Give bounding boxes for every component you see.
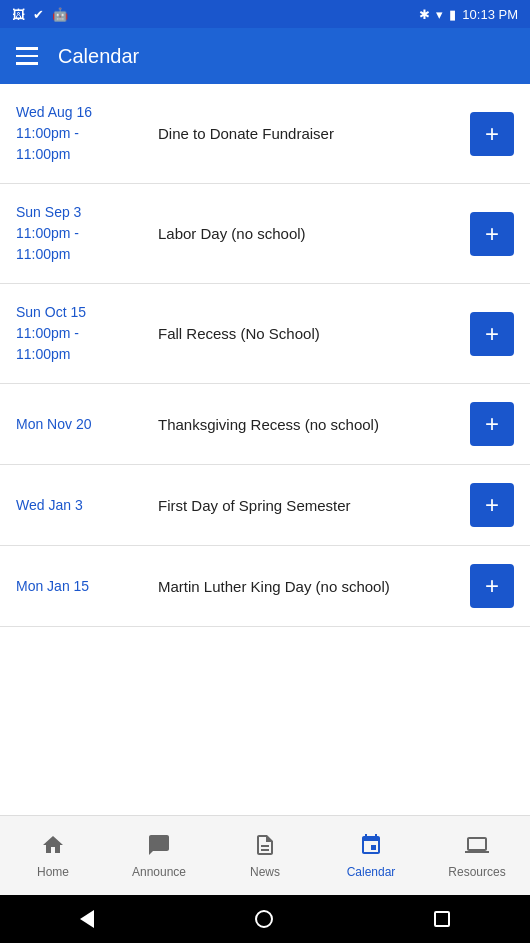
plus-icon: + (485, 322, 499, 346)
home-nav-icon (41, 833, 65, 861)
recents-button[interactable] (434, 911, 450, 927)
bluetooth-icon: ✱ (419, 7, 430, 22)
resources-nav-icon (465, 833, 489, 861)
android-nav-bar (0, 895, 530, 943)
nav-item-announce[interactable]: Announce (106, 816, 212, 895)
event-list: Wed Aug 16 11:00pm - 11:00pmDine to Dona… (0, 84, 530, 815)
notification-icon: 🖼 (12, 7, 25, 22)
add-event-button[interactable]: + (470, 402, 514, 446)
home-button[interactable] (255, 910, 273, 928)
calendar-nav-icon (359, 833, 383, 861)
header-title: Calendar (58, 45, 139, 68)
home-nav-label: Home (37, 865, 69, 879)
add-event-button[interactable]: + (470, 212, 514, 256)
android-icon: 🤖 (52, 7, 68, 22)
plus-icon: + (485, 412, 499, 436)
table-row: Wed Aug 16 11:00pm - 11:00pmDine to Dona… (0, 84, 530, 184)
event-date: Wed Aug 16 11:00pm - 11:00pm (16, 102, 146, 165)
check-icon: ✔ (33, 7, 44, 22)
add-event-button[interactable]: + (470, 312, 514, 356)
plus-icon: + (485, 493, 499, 517)
table-row: Mon Jan 15Martin Luther King Day (no sch… (0, 546, 530, 627)
nav-item-calendar[interactable]: Calendar (318, 816, 424, 895)
status-bar: 🖼 ✔ 🤖 ✱ ▾ ▮ 10:13 PM (0, 0, 530, 28)
event-date: Sun Sep 3 11:00pm - 11:00pm (16, 202, 146, 265)
nav-item-news[interactable]: News (212, 816, 318, 895)
battery-icon: ▮ (449, 7, 456, 22)
event-date: Mon Nov 20 (16, 414, 146, 435)
add-event-button[interactable]: + (470, 564, 514, 608)
back-button[interactable] (80, 910, 94, 928)
time: 10:13 PM (462, 7, 518, 22)
announce-nav-icon (147, 833, 171, 861)
table-row: Sun Oct 15 11:00pm - 11:00pmFall Recess … (0, 284, 530, 384)
app-header: Calendar (0, 28, 530, 84)
news-nav-label: News (250, 865, 280, 879)
wifi-icon: ▾ (436, 7, 443, 22)
plus-icon: + (485, 222, 499, 246)
table-row: Sun Sep 3 11:00pm - 11:00pmLabor Day (no… (0, 184, 530, 284)
status-bar-right: ✱ ▾ ▮ 10:13 PM (419, 7, 518, 22)
event-date: Sun Oct 15 11:00pm - 11:00pm (16, 302, 146, 365)
bottom-nav: HomeAnnounceNewsCalendarResources (0, 815, 530, 895)
event-name: Fall Recess (No School) (158, 323, 458, 344)
announce-nav-label: Announce (132, 865, 186, 879)
event-date: Mon Jan 15 (16, 576, 146, 597)
table-row: Wed Jan 3First Day of Spring Semester+ (0, 465, 530, 546)
plus-icon: + (485, 574, 499, 598)
event-name: Dine to Donate Fundraiser (158, 123, 458, 144)
calendar-nav-label: Calendar (347, 865, 396, 879)
event-name: First Day of Spring Semester (158, 495, 458, 516)
event-name: Labor Day (no school) (158, 223, 458, 244)
status-bar-left: 🖼 ✔ 🤖 (12, 7, 68, 22)
resources-nav-label: Resources (448, 865, 505, 879)
event-name: Thanksgiving Recess (no school) (158, 414, 458, 435)
event-name: Martin Luther King Day (no school) (158, 576, 458, 597)
plus-icon: + (485, 122, 499, 146)
nav-item-resources[interactable]: Resources (424, 816, 530, 895)
add-event-button[interactable]: + (470, 483, 514, 527)
table-row: Mon Nov 20Thanksgiving Recess (no school… (0, 384, 530, 465)
hamburger-menu-button[interactable] (16, 47, 38, 65)
nav-item-home[interactable]: Home (0, 816, 106, 895)
event-date: Wed Jan 3 (16, 495, 146, 516)
news-nav-icon (253, 833, 277, 861)
add-event-button[interactable]: + (470, 112, 514, 156)
